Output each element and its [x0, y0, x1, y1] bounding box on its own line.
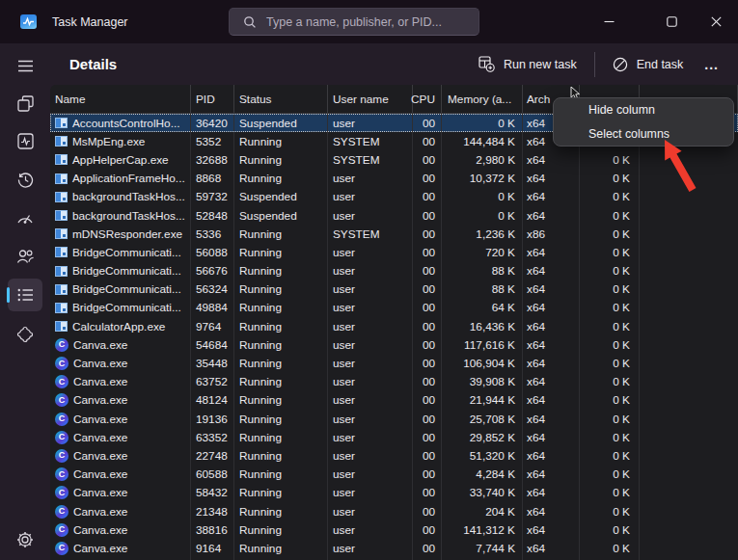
table-row[interactable]: CCanva.exe58432Runninguser0033,740 Kx640… [50, 484, 738, 502]
table-row[interactable]: CCanva.exe38816Runninguser00141,312 Kx64… [50, 520, 738, 539]
cell-status: Suspended [234, 114, 328, 132]
column-header-cpu[interactable]: CPU [413, 85, 442, 113]
table-row[interactable]: BridgeCommunicati...56324Runninguser0088… [50, 280, 738, 299]
windows-app-icon [55, 173, 68, 184]
windows-app-icon [55, 266, 68, 277]
search-input[interactable]: Type a name, publisher, or PID... [229, 8, 479, 36]
cell-name: CCanva.exe [50, 410, 191, 428]
menu-item-select-columns[interactable]: Select columns [554, 122, 733, 147]
end-task-button[interactable]: End task [601, 51, 696, 78]
cell-name: AppHelperCap.exe [50, 150, 191, 169]
more-options-button[interactable]: ... [695, 53, 728, 76]
cell-name: CCanva.exe [50, 391, 191, 410]
sidebar-item-performance[interactable] [8, 124, 42, 157]
cell-mem: 16,436 K [442, 317, 523, 335]
process-name: ApplicationFrameHo... [72, 172, 185, 185]
cell-pid: 58432 [191, 484, 234, 502]
table-row[interactable]: CCanva.exe21348Runninguser00204 Kx640 K [50, 502, 738, 520]
canva-app-icon: C [55, 449, 68, 463]
process-name: BridgeCommunicati... [72, 246, 181, 259]
table-row[interactable]: backgroundTaskHos...59732Suspendeduser00… [50, 188, 738, 206]
cell-name: BridgeCommunicati... [50, 243, 191, 261]
table-row[interactable]: CCanva.exe63352Runninguser0029,852 Kx640… [50, 428, 738, 446]
cell-status: Running [234, 335, 328, 354]
table-row[interactable]: AppHelperCap.exe32688RunningSYSTEM002,98… [50, 150, 738, 169]
table-row[interactable]: BridgeCommunicati...56676Runninguser0088… [50, 262, 738, 280]
table-row[interactable]: CCanva.exe60588Runninguser004,284 Kx640 … [50, 466, 738, 484]
cell-user: user [328, 317, 413, 335]
cell-cpu: 00 [413, 354, 442, 372]
cell-mem: 2,980 K [442, 150, 523, 169]
cell-filler [640, 410, 738, 428]
sidebar-item-details[interactable] [8, 279, 42, 311]
sidebar-item-startup-apps[interactable] [8, 201, 42, 234]
sidebar-item-settings[interactable] [8, 523, 42, 556]
cell-pid: 59732 [191, 188, 234, 206]
cell-col8: 0 K [580, 188, 640, 206]
sidebar-menu-button[interactable] [8, 49, 42, 82]
cell-arch: x64 [523, 428, 580, 446]
table-row[interactable]: CalculatorApp.exe9764Runninguser0016,436… [50, 317, 738, 335]
cell-name: CCanva.exe [50, 354, 191, 372]
cell-pid: 56676 [191, 262, 234, 280]
table-row[interactable]: mDNSResponder.exe5336RunningSYSTEM001,23… [50, 225, 738, 243]
process-name: Canva.exe [73, 431, 127, 444]
column-header-user[interactable]: User name [328, 85, 413, 113]
cell-name: BridgeCommunicati... [50, 280, 191, 299]
table-row[interactable]: CCanva.exe63752Runninguser0039,908 Kx640… [50, 373, 738, 391]
cell-col8: 0 K [580, 170, 640, 188]
cell-mem: 39,908 K [442, 373, 523, 391]
sidebar-item-processes[interactable] [8, 87, 42, 120]
cell-arch: x64 [523, 262, 580, 280]
table-row[interactable]: CCanva.exe22748Runninguser0051,320 Kx640… [50, 446, 738, 465]
cell-pid: 35448 [191, 354, 234, 372]
sidebar-item-services[interactable] [8, 318, 42, 351]
cell-cpu: 00 [413, 114, 442, 132]
sidebar-item-app-history[interactable] [8, 163, 42, 196]
cell-status: Running [234, 484, 328, 502]
table-row[interactable]: CCanva.exe48124Runninguser0021,944 Kx640… [50, 391, 738, 410]
close-button[interactable] [694, 0, 738, 43]
canva-app-icon: C [55, 338, 68, 352]
cell-status: Running [234, 262, 328, 280]
cell-name: BridgeCommunicati... [50, 299, 191, 317]
process-name: AccountsControlHo... [72, 117, 179, 130]
table-row[interactable]: backgroundTaskHos...52848Suspendeduser00… [50, 206, 738, 225]
sidebar-item-users[interactable] [8, 240, 42, 273]
cell-status: Running [234, 354, 328, 372]
cell-status: Running [234, 225, 328, 243]
table-row[interactable]: CCanva.exe19136Runninguser0025,708 Kx640… [50, 410, 738, 428]
cell-user: user [328, 391, 413, 410]
column-header-mem[interactable]: Memory (a... [442, 85, 523, 113]
cell-cpu: 00 [413, 466, 442, 484]
canva-app-icon: C [55, 375, 68, 388]
cell-arch: x64 [523, 502, 580, 520]
column-header-name[interactable]: Name [50, 85, 191, 113]
canva-app-icon: C [55, 413, 68, 426]
cell-filler [640, 262, 738, 280]
minimize-button[interactable] [587, 0, 631, 43]
table-row[interactable]: BridgeCommunicati...49884Runninguser0064… [50, 299, 738, 317]
cell-mem: 0 K [442, 114, 523, 132]
table-row[interactable]: BridgeCommunicati...56088Runninguser0072… [50, 243, 738, 261]
table-row[interactable]: ApplicationFrameHo...8868Runninguser0010… [50, 170, 738, 188]
gear-icon [16, 531, 34, 548]
column-header-pid[interactable]: PID [191, 85, 234, 113]
task-manager-window: Task Manager Type a name, publisher, or … [0, 0, 738, 560]
canva-app-icon: C [55, 505, 68, 519]
cell-filler [640, 170, 738, 188]
cell-arch: x64 [523, 539, 580, 557]
table-row[interactable]: CCanva.exe9164Runninguser007,744 Kx640 K [50, 539, 738, 557]
maximize-button[interactable] [649, 0, 694, 43]
column-header-status[interactable]: Status [234, 85, 328, 113]
cell-cpu: 00 [413, 539, 442, 557]
cell-name: CCanva.exe [50, 335, 191, 354]
menu-item-hide-column[interactable]: Hide column [554, 98, 733, 122]
table-row[interactable]: CCanva.exe54684Runninguser00117,616 Kx64… [50, 335, 738, 354]
run-new-task-button[interactable]: Run new task [467, 50, 588, 78]
cell-pid: 22748 [191, 446, 234, 465]
table-row[interactable]: CCanva.exe35448Runninguser00106,904 Kx64… [50, 354, 738, 372]
cell-filler [640, 373, 738, 391]
end-task-icon [613, 57, 628, 72]
canva-app-icon: C [55, 393, 68, 407]
